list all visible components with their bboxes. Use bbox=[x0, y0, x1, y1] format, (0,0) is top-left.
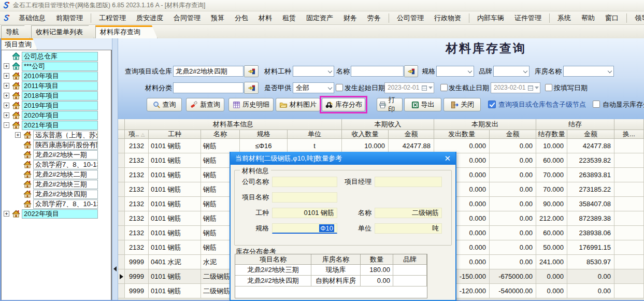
export-button[interactable]: 导出 bbox=[404, 98, 441, 111]
tree-item[interactable]: + 2010年项目 bbox=[2, 71, 111, 81]
menu-item[interactable]: 财务 bbox=[338, 13, 362, 23]
menu-item[interactable]: 证件管理 bbox=[509, 13, 547, 23]
spec-field[interactable]: Φ10 bbox=[272, 223, 337, 234]
unit-field[interactable]: 吨 bbox=[375, 223, 442, 234]
brand-select[interactable] bbox=[493, 66, 529, 77]
tree-item[interactable]: - 2021年项目 bbox=[2, 120, 111, 130]
project-input[interactable]: 龙鼎2#2地块四期 bbox=[173, 66, 244, 77]
distribution-row[interactable]: 龙鼎2#2地块四期 自购材料库房 0.00 bbox=[235, 276, 427, 286]
new-search-button[interactable]: 新查询 bbox=[186, 98, 224, 111]
menu-item[interactable]: 租赁 bbox=[277, 13, 301, 23]
category-input[interactable] bbox=[173, 82, 244, 93]
menu-item[interactable]: 劳务 bbox=[362, 13, 386, 23]
date-start-checkbox[interactable] bbox=[336, 84, 343, 91]
tree-expander-icon[interactable]: + bbox=[4, 93, 9, 98]
tab-navigation[interactable]: 导航 bbox=[1, 25, 30, 38]
column-header-ext[interactable]: 换... bbox=[614, 130, 644, 139]
table-row[interactable]: 2132 0101 钢筋 钢筋 ≤Φ16 t 10.000 42477.88 0… bbox=[118, 139, 644, 153]
column-header-seq[interactable]: 项..△ bbox=[125, 130, 149, 139]
panel-splitter[interactable] bbox=[112, 38, 118, 301]
tree-expander-icon[interactable]: - bbox=[4, 122, 9, 128]
spec-select[interactable] bbox=[436, 66, 474, 77]
tree-item[interactable]: + 2018年项目 bbox=[2, 91, 111, 101]
menu-item[interactable]: 固定资产 bbox=[301, 13, 338, 23]
tree-item[interactable]: 众凯学府7、8、10-13地块 bbox=[2, 160, 111, 169]
distribution-row[interactable]: 龙鼎2#2地块三期 现场库 180.00 bbox=[235, 265, 427, 276]
tree-item[interactable]: + 2020年项目 bbox=[2, 110, 111, 120]
tree-item[interactable]: + ***公司 bbox=[2, 61, 111, 71]
by-fill-date-checkbox[interactable] bbox=[545, 84, 552, 91]
tree-expander-icon[interactable]: + bbox=[4, 112, 9, 118]
column-header-out-qty[interactable]: 发出数量 bbox=[434, 130, 490, 139]
name-input[interactable] bbox=[351, 66, 404, 77]
menu-item[interactable]: 内部车辆 bbox=[469, 13, 509, 23]
include-children-checkbox[interactable] bbox=[488, 101, 496, 108]
tree-item[interactable]: 龙鼎2#2地块一期 bbox=[2, 150, 111, 160]
auto-show-distribution-checkbox[interactable] bbox=[593, 101, 600, 108]
project-picker-button[interactable] bbox=[244, 65, 259, 77]
column-header-in-amt[interactable]: 金额 bbox=[389, 130, 434, 139]
tree-item-label[interactable]: 2010年项目 bbox=[22, 71, 98, 81]
collapse-arrow-icon[interactable] bbox=[113, 266, 117, 271]
date-start-field[interactable]: 2023-02-01 bbox=[384, 82, 434, 93]
tree-item-label[interactable]: 龙鼎2#2地块一期 bbox=[33, 150, 98, 160]
menu-item[interactable]: 系统 bbox=[549, 13, 576, 23]
menu-item[interactable]: 领导查询 bbox=[626, 13, 644, 23]
tree-item-label[interactable]: ***公司 bbox=[22, 62, 98, 71]
tree-item-label[interactable]: 龙鼎2#2地块三期 bbox=[33, 180, 98, 189]
history-detail-button[interactable]: 历史明细 bbox=[228, 98, 274, 111]
column-header-unit[interactable]: 单位 bbox=[288, 130, 342, 139]
tree-expander-icon[interactable]: + bbox=[4, 73, 9, 79]
tree-item-label[interactable]: 龙鼎2#2地块四期 bbox=[33, 190, 98, 199]
dialog-titlebar[interactable]: 当前材料[二级钢筋,φ10,吨]数量参考 ✕ bbox=[231, 152, 455, 165]
menu-item[interactable]: 质安进度 bbox=[131, 13, 168, 23]
column-header-trade[interactable]: 工种 bbox=[149, 130, 201, 139]
menu-item[interactable]: 行政物资 bbox=[429, 13, 466, 23]
tree-item-label[interactable]: 2011年项目 bbox=[22, 81, 98, 91]
menu-item[interactable]: 材料 bbox=[253, 13, 277, 23]
tab-inventory-query[interactable]: 材料库存查询 bbox=[95, 25, 158, 38]
tree-item[interactable]: 龙鼎2#2地块四期 bbox=[2, 189, 111, 199]
name-field[interactable]: 二级钢筋 bbox=[375, 208, 442, 218]
tree-expander-icon[interactable]: + bbox=[4, 211, 9, 217]
trade-select[interactable] bbox=[293, 66, 334, 77]
supply-select[interactable]: 全部 bbox=[293, 82, 334, 93]
tree-item[interactable]: + 2011年项目 bbox=[2, 81, 111, 91]
menu-item[interactable]: 基础信息 bbox=[13, 13, 51, 23]
menu-item[interactable]: 合同管理 bbox=[168, 13, 206, 23]
tree-item[interactable]: 龙鼎2#2地块二期 bbox=[2, 169, 111, 179]
tree-item[interactable]: + 远东普惠（上海、苏州） bbox=[2, 130, 111, 140]
tree-item-label[interactable]: 陕西康惠制药股份有限公司 bbox=[33, 140, 98, 150]
trade-field[interactable]: 0101 钢筋 bbox=[272, 208, 337, 218]
category-picker-button[interactable] bbox=[244, 82, 259, 94]
stock-distribution-button[interactable]: 库存分布 bbox=[322, 98, 365, 111]
subtab-project-query[interactable]: 项目查询 bbox=[1, 38, 37, 50]
tree-expander-icon[interactable]: + bbox=[4, 103, 9, 108]
store-select[interactable] bbox=[563, 66, 614, 77]
tree-item-label[interactable]: 2022年项目 bbox=[22, 209, 98, 219]
search-button[interactable]: 查询 bbox=[147, 98, 182, 111]
tree-item-label[interactable]: 远东普惠（上海、苏州） bbox=[33, 131, 98, 140]
tree-item-label[interactable]: 2018年项目 bbox=[22, 91, 98, 101]
tree-item-label[interactable]: 2020年项目 bbox=[22, 111, 98, 120]
menu-item[interactable]: 窗口 bbox=[600, 13, 624, 23]
menu-item[interactable]: 分包 bbox=[230, 13, 253, 23]
menu-item[interactable]: 预算 bbox=[206, 13, 230, 23]
tree-item-label[interactable]: 龙鼎2#2地块二期 bbox=[33, 170, 98, 179]
tree-item-label[interactable]: 公司总仓库 bbox=[22, 52, 98, 61]
close-button[interactable]: 关闭 bbox=[443, 98, 481, 111]
material-photo-button[interactable]: 材料图片 bbox=[276, 98, 320, 111]
tree-expander-icon[interactable]: + bbox=[4, 83, 9, 89]
tab-receipt-list[interactable]: 收料记量单列表 bbox=[31, 25, 94, 38]
menu-item[interactable]: 工程管理 bbox=[91, 13, 131, 23]
column-header-spec[interactable]: 规格 bbox=[240, 130, 288, 139]
manager-field[interactable] bbox=[375, 177, 442, 187]
tree-item[interactable]: 众凯学府7、8、10-13住宅 bbox=[2, 199, 111, 209]
tree-expander-icon[interactable]: + bbox=[4, 63, 9, 69]
close-icon[interactable]: ✕ bbox=[444, 154, 451, 162]
name-picker-button[interactable] bbox=[404, 65, 418, 77]
menu-item[interactable]: 公司管理 bbox=[389, 13, 429, 23]
print-button[interactable]: 打印 bbox=[377, 98, 403, 111]
tree-item[interactable]: 龙鼎2#2地块三期 bbox=[2, 179, 111, 189]
tree-item-label[interactable]: 众凯学府7、8、10-13住宅 bbox=[33, 199, 98, 209]
